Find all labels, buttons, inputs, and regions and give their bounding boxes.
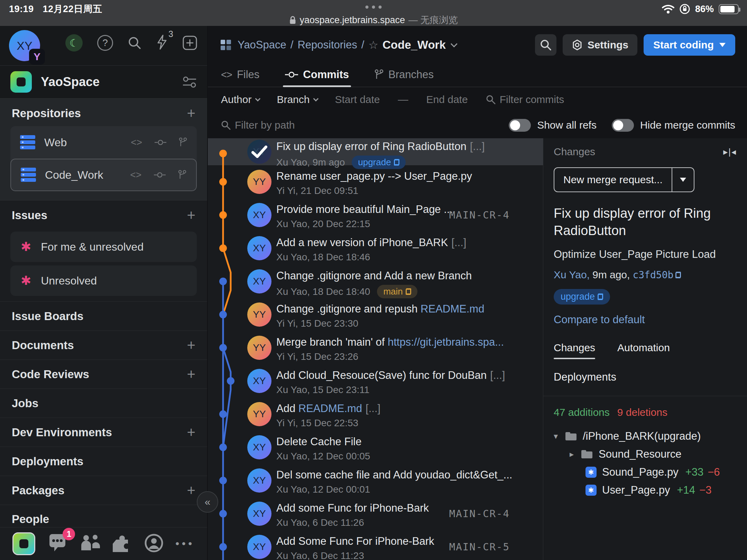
branches-icon[interactable] [178,170,186,180]
add-repository-icon[interactable]: + [187,108,195,119]
commit-row[interactable]: XY Add Cloud_Resouce(Save) func for DouB… [208,364,543,398]
tree-caret-icon[interactable]: ▾ [554,431,565,441]
add-icon[interactable]: + [187,427,195,438]
commits-icon[interactable] [155,139,166,146]
issue-filter-item[interactable]: ✱ Unresolved [10,265,197,296]
favorite-star-icon[interactable]: ☆ [368,38,378,52]
sidebar-nav-item[interactable]: Issue Boards [0,301,207,330]
filter-by-path-field[interactable]: Filter by path [221,119,295,131]
search-button[interactable] [535,34,556,56]
toggle-switch[interactable] [612,119,634,132]
notifications-icon[interactable]: 3 [156,35,168,51]
panel-tab-changes[interactable]: Changes [554,342,595,359]
issue-filter-item[interactable]: ✱ For me & unresolved [10,232,197,262]
settings-button[interactable]: Settings [563,34,637,56]
tab-files[interactable]: <> Files [221,64,259,85]
merge-request-caret-icon[interactable] [672,168,694,192]
profile-icon[interactable] [145,534,163,554]
dark-mode-icon[interactable]: ☾ [65,34,83,52]
changed-file-row[interactable]: ✱ Sound_Page.py +33 −6 [554,463,737,481]
commit-row[interactable]: XY Del some cache file and Add youdao_di… [208,464,543,497]
help-icon[interactable]: ? [97,35,113,51]
commit-row[interactable]: XY Change .gitignore and Add a new Branc… [208,265,543,298]
commit-file-link[interactable]: https://git.jetbrains.spa... [388,336,504,348]
sidebar-nav-item[interactable]: Code Reviews + [0,360,207,389]
breadcrumb-org[interactable]: YaoSpace [238,39,286,51]
commit-row[interactable]: XY Add Some Func For iPhone-Bark Xu Yao,… [208,530,543,560]
tab-commits[interactable]: Commits [285,64,349,85]
code-review-label[interactable]: MAIN-CR-4 [449,508,510,520]
collapse-panel-icon[interactable]: ▸|◂ [723,147,737,157]
add-menu-icon[interactable] [182,35,197,50]
avatar-initials: XY [253,243,266,254]
content-area: XY Fix up display error of Ring RadioBut… [208,138,747,560]
branch-badge[interactable]: main [377,285,417,298]
space-app-icon[interactable] [12,532,35,555]
meetings-icon[interactable] [80,534,101,553]
new-merge-request-button[interactable]: New merge request... [554,167,694,192]
show-all-refs-toggle[interactable]: Show all refs [509,119,597,132]
files-icon[interactable]: <> [130,169,141,180]
changed-file-row[interactable]: ▾ /iPhone_BARK(upgrade) [554,427,737,445]
add-icon[interactable]: + [187,340,195,351]
add-icon[interactable]: + [187,369,195,380]
search-icon[interactable] [128,36,141,50]
more-icon[interactable]: ••• [175,538,195,550]
breadcrumb-section[interactable]: Repositories [297,39,357,51]
commit-author-link[interactable]: Xu Yao, [554,269,590,281]
sidebar-nav-item[interactable]: Documents + [0,330,207,360]
extensions-puzzle-icon[interactable] [113,533,132,554]
repo-dropdown-chevron-icon[interactable] [451,40,458,47]
commit-meta: Yi Yi, 21 Dec 09:51 [276,185,543,196]
files-icon[interactable]: <> [131,137,142,148]
add-icon[interactable]: + [187,485,195,496]
branch-filter[interactable]: Branch [277,94,317,105]
end-date-field[interactable]: End date [426,94,468,105]
add-issue-icon[interactable]: + [187,210,195,221]
chats-icon[interactable]: 1 [47,534,67,553]
code-review-label[interactable]: MAIN-CR-5 [449,541,510,553]
repository-item[interactable]: Code_Work <> [10,159,197,191]
safari-tab-dots-icon[interactable] [366,6,382,9]
branches-icon[interactable] [179,137,187,148]
start-coding-button[interactable]: Start coding [644,34,735,56]
commit-row[interactable]: XY Add some Func for iPhone-Bark Xu Yao,… [208,497,543,530]
commit-row[interactable]: XY Delete Cache File Xu Yao, 12 Dec 00:0… [208,431,543,464]
repository-item[interactable]: Web <> [10,126,197,159]
commit-row[interactable]: XY Add a new version of iPhone_BARK[...]… [208,232,543,265]
address-bar[interactable]: yaospace.jetbrains.space — 无痕浏览 [289,14,458,26]
commit-file-link[interactable]: README.md [298,402,362,414]
toggle-switch[interactable] [509,119,531,132]
preferences-sliders-icon[interactable] [182,76,197,88]
commit-row[interactable]: XY Provide more beautiful Main_Page ... … [208,198,543,232]
commit-title: Change .gitignore and Add a new Branch [276,270,543,282]
start-date-field[interactable]: Start date [335,94,380,105]
filter-commits-field[interactable]: Filter commits [486,94,564,105]
tab-branches[interactable]: Branches [375,64,434,85]
commit-row[interactable]: YY Merge branch 'main' of https://git.je… [208,331,543,364]
sidebar-collapse-button[interactable]: « [197,491,218,513]
sidebar-nav-item[interactable]: Packages + [0,476,207,505]
changed-file-row[interactable]: ▸ Sound_Resource [554,445,737,463]
sidebar-nav-item[interactable]: Deployments [0,447,207,476]
commit-hash-link[interactable]: c3fd50b [633,269,681,281]
changed-file-row[interactable]: ✱ User_Page.py +14 −3 [554,481,737,499]
sidebar-nav-item[interactable]: Jobs [0,389,207,418]
compare-to-default-link[interactable]: Compare to default [554,314,737,326]
commit-row[interactable]: YY Add README.md[...] Yi Yi, 15 Dec 22:5… [208,398,543,431]
panel-tab-automation[interactable]: Automation [617,342,670,359]
commit-file-link[interactable]: README.md [421,303,484,315]
commit-row[interactable]: XY Fix up display error of Ring RadioBut… [208,138,543,165]
commits-icon[interactable] [154,172,166,178]
code-review-label[interactable]: MAIN-CR-4 [449,209,510,221]
deployments-link[interactable]: Deployments [554,371,737,383]
hide-merge-commits-toggle[interactable]: Hide merge commits [612,119,735,132]
breadcrumb-repo[interactable]: Code_Work [382,38,446,52]
author-filter[interactable]: Author [221,94,259,105]
commit-row[interactable]: YY Change .gitignore and repush README.m… [208,298,543,331]
org-row[interactable]: YaoSpace [0,66,207,99]
sidebar-nav-item[interactable]: Dev Environments + [0,418,207,447]
branch-badge[interactable]: upgrade [554,289,610,305]
tree-caret-icon[interactable]: ▸ [570,449,581,459]
commit-row[interactable]: YY Rename user_page.py --> User_Page.py … [208,165,543,198]
